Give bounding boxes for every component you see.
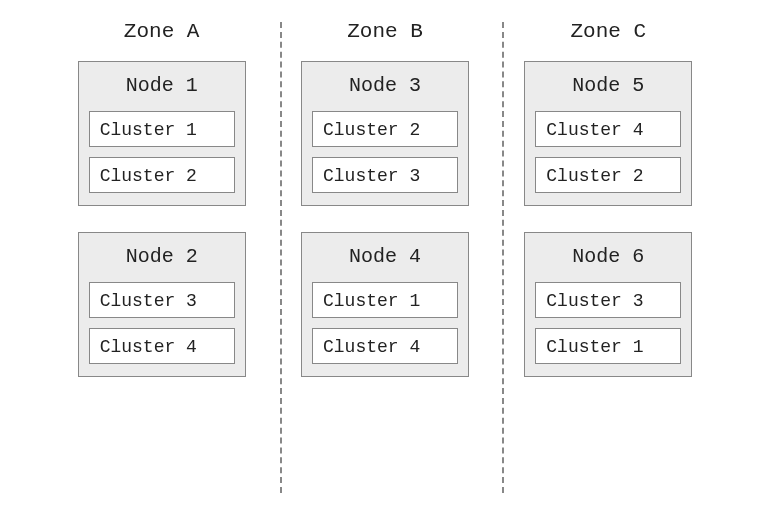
node-label: Node 4 bbox=[312, 241, 458, 276]
zone-label: Zone A bbox=[124, 20, 200, 43]
cluster-box: Cluster 2 bbox=[535, 157, 681, 193]
cluster-box: Cluster 3 bbox=[535, 282, 681, 318]
zone-label: Zone C bbox=[571, 20, 647, 43]
zone-c: Zone C Node 5 Cluster 4 Cluster 2 Node 6… bbox=[497, 18, 720, 479]
zone-a: Zone A Node 1 Cluster 1 Cluster 2 Node 2… bbox=[50, 18, 273, 479]
node-box: Node 6 Cluster 3 Cluster 1 bbox=[524, 232, 692, 377]
cluster-box: Cluster 3 bbox=[89, 282, 235, 318]
cluster-box: Cluster 4 bbox=[312, 328, 458, 364]
cluster-box: Cluster 3 bbox=[312, 157, 458, 193]
cluster-box: Cluster 1 bbox=[89, 111, 235, 147]
cluster-box: Cluster 4 bbox=[535, 111, 681, 147]
node-box: Node 2 Cluster 3 Cluster 4 bbox=[78, 232, 246, 377]
cluster-box: Cluster 2 bbox=[89, 157, 235, 193]
node-label: Node 3 bbox=[312, 70, 458, 105]
zone-label: Zone B bbox=[347, 20, 423, 43]
zone-divider bbox=[280, 22, 282, 493]
node-box: Node 1 Cluster 1 Cluster 2 bbox=[78, 61, 246, 206]
cluster-box: Cluster 1 bbox=[535, 328, 681, 364]
node-box: Node 4 Cluster 1 Cluster 4 bbox=[301, 232, 469, 377]
cluster-box: Cluster 2 bbox=[312, 111, 458, 147]
zone-b: Zone B Node 3 Cluster 2 Cluster 3 Node 4… bbox=[273, 18, 496, 479]
node-box: Node 3 Cluster 2 Cluster 3 bbox=[301, 61, 469, 206]
node-label: Node 2 bbox=[89, 241, 235, 276]
zone-divider bbox=[502, 22, 504, 493]
cluster-box: Cluster 1 bbox=[312, 282, 458, 318]
node-label: Node 5 bbox=[535, 70, 681, 105]
node-label: Node 1 bbox=[89, 70, 235, 105]
cluster-zone-diagram: Zone A Node 1 Cluster 1 Cluster 2 Node 2… bbox=[0, 0, 770, 509]
node-box: Node 5 Cluster 4 Cluster 2 bbox=[524, 61, 692, 206]
cluster-box: Cluster 4 bbox=[89, 328, 235, 364]
node-label: Node 6 bbox=[535, 241, 681, 276]
